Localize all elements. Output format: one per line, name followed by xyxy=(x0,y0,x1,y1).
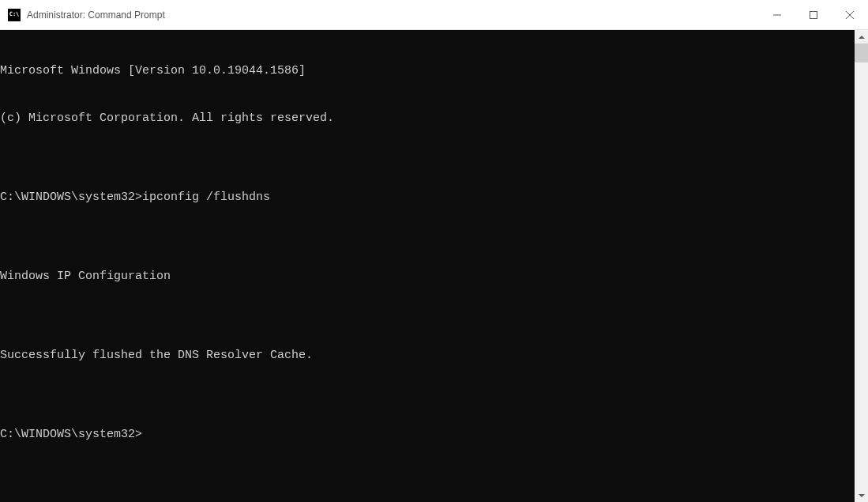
terminal-line: Successfully flushed the DNS Resolver Ca… xyxy=(0,348,855,364)
terminal-line: (c) Microsoft Corporation. All rights re… xyxy=(0,111,855,126)
terminal-line: C:\WINDOWS\system32>ipconfig /flushdns xyxy=(0,190,855,206)
scroll-up-arrow-icon[interactable] xyxy=(855,30,868,43)
window-controls xyxy=(759,0,868,29)
terminal-output[interactable]: Microsoft Windows [Version 10.0.19044.15… xyxy=(0,30,855,502)
scroll-track[interactable] xyxy=(855,43,868,489)
scroll-thumb[interactable] xyxy=(855,43,868,62)
maximize-button[interactable] xyxy=(795,0,832,29)
terminal-line: Microsoft Windows [Version 10.0.19044.15… xyxy=(0,63,855,79)
close-button[interactable] xyxy=(832,0,868,29)
vertical-scrollbar[interactable] xyxy=(855,30,868,502)
svg-marker-5 xyxy=(859,494,865,497)
svg-marker-4 xyxy=(859,36,865,39)
titlebar: C:\ Administrator: Command Prompt xyxy=(0,0,868,30)
terminal-line: Windows IP Configuration xyxy=(0,269,855,285)
minimize-button[interactable] xyxy=(759,0,795,29)
scroll-down-arrow-icon[interactable] xyxy=(855,489,868,502)
terminal-line: C:\WINDOWS\system32> xyxy=(0,427,855,443)
cmd-icon: C:\ xyxy=(8,9,21,21)
window-title: Administrator: Command Prompt xyxy=(27,9,759,21)
terminal-wrapper: Microsoft Windows [Version 10.0.19044.15… xyxy=(0,30,868,502)
svg-rect-1 xyxy=(810,11,817,18)
